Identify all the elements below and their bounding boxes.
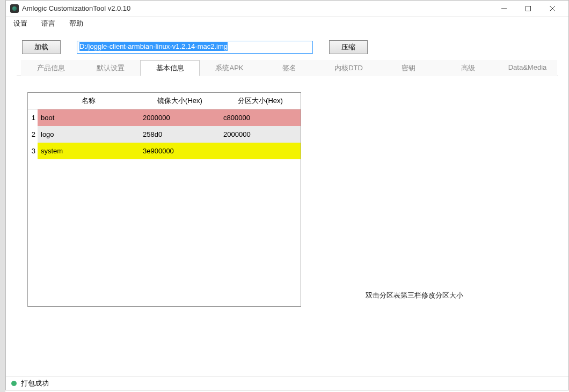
row-index: 1 [28, 109, 38, 127]
menu-language[interactable]: 语言 [39, 18, 57, 29]
cell-image-size: 3e900000 [140, 143, 220, 159]
image-path-input[interactable]: D:/joggle-client-armbian-linux-v1.2.14-m… [77, 41, 313, 54]
close-button[interactable] [540, 1, 564, 16]
close-icon [550, 6, 555, 11]
cell-image-size: 2000000 [140, 109, 220, 127]
image-path-value: D:/joggle-client-armbian-linux-v1.2.14-m… [79, 42, 228, 51]
tab-data-media[interactable]: Data&Media [498, 60, 557, 76]
tab-bar: 产品信息 默认设置 基本信息 系统APK 签名 内核DTD 密钥 高级 Data… [17, 60, 558, 76]
minimize-button[interactable] [492, 1, 516, 16]
cell-partition-size[interactable] [220, 143, 301, 159]
partition-table-wrap: 名称 镜像大小(Hex) 分区大小(Hex) 1 boot 2000000 c8… [27, 92, 301, 307]
tab-kernel-dtd[interactable]: 内核DTD [319, 60, 378, 76]
col-partition-size-header: 分区大小(Hex) [220, 93, 301, 109]
status-indicator-icon [11, 381, 17, 386]
tab-basic-info[interactable]: 基本信息 [140, 60, 200, 76]
col-name-header: 名称 [38, 93, 140, 109]
menu-settings[interactable]: 设置 [11, 18, 30, 29]
cell-name: logo [38, 126, 140, 143]
compress-button[interactable]: 压缩 [329, 40, 368, 54]
table-row[interactable]: 2 logo 258d0 2000000 [28, 126, 301, 143]
statusbar: 打包成功 [6, 376, 568, 390]
tab-key[interactable]: 密钥 [378, 60, 438, 76]
hint-text: 双击分区表第三栏修改分区大小 [366, 291, 463, 300]
window-controls [492, 1, 564, 16]
content-area: 名称 镜像大小(Hex) 分区大小(Hex) 1 boot 2000000 c8… [6, 76, 568, 323]
status-text: 打包成功 [21, 379, 49, 388]
col-idx-header [28, 93, 38, 109]
maximize-icon [526, 6, 531, 11]
toolbar: 加载 D:/joggle-client-armbian-linux-v1.2.1… [6, 31, 568, 60]
tab-advanced[interactable]: 高级 [438, 60, 498, 76]
tab-system-apk[interactable]: 系统APK [200, 60, 259, 76]
tab-signature[interactable]: 签名 [259, 60, 319, 76]
cell-name: boot [38, 109, 140, 127]
app-icon [10, 4, 19, 13]
minimize-icon [501, 6, 507, 11]
load-button[interactable]: 加载 [22, 40, 61, 54]
main-window: Amlogic CustomizationTool v2.0.10 设置 语言 … [5, 0, 569, 390]
hint-area: 双击分区表第三栏修改分区大小 [323, 92, 547, 307]
row-index: 2 [28, 126, 38, 143]
partition-table: 名称 镜像大小(Hex) 分区大小(Hex) 1 boot 2000000 c8… [28, 93, 301, 159]
cell-partition-size[interactable]: 2000000 [220, 126, 301, 143]
background-strip [0, 0, 5, 392]
cell-name: system [38, 143, 140, 159]
window-title: Amlogic CustomizationTool v2.0.10 [22, 4, 130, 12]
tab-default-settings[interactable]: 默认设置 [81, 60, 140, 76]
titlebar: Amlogic CustomizationTool v2.0.10 [6, 1, 568, 17]
maximize-button[interactable] [516, 1, 540, 16]
row-index: 3 [28, 143, 38, 159]
table-row[interactable]: 3 system 3e900000 [28, 143, 301, 159]
cell-partition-size[interactable]: c800000 [220, 109, 301, 127]
col-image-size-header: 镜像大小(Hex) [140, 93, 220, 109]
menubar: 设置 语言 帮助 [6, 17, 568, 31]
tab-product-info[interactable]: 产品信息 [21, 60, 81, 76]
svg-rect-1 [526, 6, 530, 11]
cell-image-size: 258d0 [140, 126, 220, 143]
menu-help[interactable]: 帮助 [67, 18, 85, 29]
table-header-row: 名称 镜像大小(Hex) 分区大小(Hex) [28, 93, 301, 109]
table-row[interactable]: 1 boot 2000000 c800000 [28, 109, 301, 127]
